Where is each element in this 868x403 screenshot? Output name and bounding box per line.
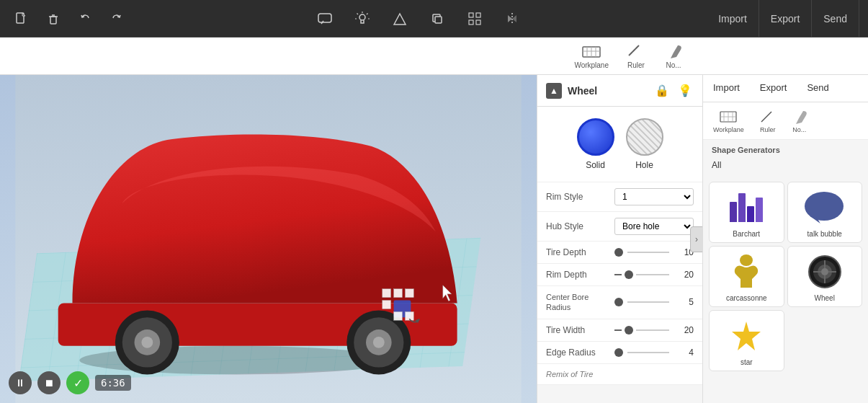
- toolbar-left: [9, 6, 130, 32]
- ruler-label: Ruler: [627, 61, 645, 69]
- rim-depth-line: [636, 274, 669, 275]
- tire-depth-dot: [614, 248, 623, 257]
- solid-label: Solid: [586, 160, 605, 170]
- export-button[interactable]: Export: [759, 0, 812, 37]
- hub-style-select[interactable]: Bore holeNone: [614, 218, 694, 235]
- ruler-button[interactable]: Ruler: [619, 40, 653, 72]
- copy-button[interactable]: [424, 6, 450, 32]
- shape-button[interactable]: [387, 6, 413, 32]
- hub-style-row: Hub Style Bore holeNone: [537, 212, 702, 242]
- edge-radius-line: [627, 352, 669, 353]
- star-thumb: [725, 318, 768, 354]
- notes-tab-label: No...: [792, 126, 806, 133]
- ruler-tab[interactable]: Ruler: [753, 107, 783, 135]
- rim-style-control: 123: [614, 188, 694, 205]
- rim-style-select[interactable]: 123: [614, 188, 694, 205]
- edge-radius-control: 4: [614, 347, 694, 358]
- tire-width-line: [636, 329, 669, 331]
- mirror-button[interactable]: [499, 6, 525, 32]
- hub-style-label: Hub Style: [546, 221, 614, 231]
- solid-option[interactable]: Solid: [577, 118, 614, 170]
- edge-radius-label: Edge Radius: [546, 347, 614, 358]
- lightbulb-button[interactable]: 💡: [676, 82, 694, 99]
- carcassonne-thumb: [725, 254, 768, 290]
- panel-header: ▲ Wheel 🔒 💡: [537, 75, 702, 107]
- timer-display: 6:36: [95, 375, 131, 391]
- meeple-icon: [732, 254, 761, 289]
- svg-rect-28: [382, 289, 391, 298]
- hole-label: Hole: [635, 160, 653, 170]
- center-bore-row: Center Bore Radius 5: [537, 286, 702, 319]
- barchart-label: Barchart: [733, 230, 760, 238]
- comment-button[interactable]: [312, 6, 338, 32]
- talkbubble-thumb: [803, 190, 846, 226]
- shapes-header: Shape Generators: [703, 140, 868, 157]
- workplane-label: Workplane: [574, 61, 609, 69]
- workplane-tab[interactable]: Workplane: [707, 107, 750, 135]
- hole-option[interactable]: Hole: [626, 118, 663, 170]
- star-icon: [729, 319, 764, 353]
- rim-depth-dot: [625, 270, 633, 279]
- grid-button[interactable]: [462, 6, 488, 32]
- confirm-button[interactable]: ✓: [66, 371, 89, 394]
- rim-style-row: Rim Style 123: [537, 182, 702, 212]
- light-button[interactable]: [349, 6, 375, 32]
- svg-rect-30: [405, 289, 413, 298]
- tire-width-minus: [614, 329, 622, 331]
- workplane-button[interactable]: Workplane: [567, 40, 616, 72]
- remix-label: Remix of Tire: [546, 370, 614, 378]
- tire-width-control: 20: [614, 325, 694, 335]
- rim-depth-label: Rim Depth: [546, 270, 614, 280]
- send-tab[interactable]: Send: [797, 75, 838, 102]
- svg-point-23: [141, 337, 153, 348]
- edge-radius-dot: [614, 348, 623, 357]
- center-bore-dot: [614, 298, 623, 306]
- center-bore-label: Center Bore Radius: [546, 292, 614, 313]
- stop-button[interactable]: ⏹: [37, 371, 61, 394]
- talkbubble-item[interactable]: talk bubble: [787, 182, 863, 243]
- rim-depth-value: 20: [674, 270, 694, 280]
- tire-depth-line: [627, 252, 669, 253]
- panel-collapse-button[interactable]: ▲: [546, 83, 562, 99]
- rim-style-label: Rim Style: [546, 192, 614, 202]
- delete-button[interactable]: [40, 6, 66, 32]
- export-tab[interactable]: Export: [750, 75, 797, 102]
- star-label: star: [741, 358, 753, 366]
- svg-marker-50: [732, 322, 761, 350]
- viewport[interactable]: ⏸ ⏹ ✓ 6:36: [0, 75, 537, 403]
- svg-rect-5: [435, 17, 442, 23]
- tire-width-dot: [625, 326, 633, 335]
- notes-tab[interactable]: No...: [786, 107, 813, 135]
- wheel-thumb: [803, 254, 846, 290]
- playback-bar: ⏸ ⏹ ✓ 6:36: [9, 371, 131, 394]
- barchart-icon: [730, 193, 763, 222]
- center-bore-line: [627, 301, 669, 303]
- wheel-item[interactable]: Wheel: [787, 246, 863, 307]
- pause-icon: ⏸: [15, 377, 25, 389]
- svg-rect-29: [394, 289, 403, 298]
- star-item[interactable]: star: [709, 310, 784, 371]
- import-tab[interactable]: Import: [703, 75, 750, 102]
- pause-button[interactable]: ⏸: [9, 371, 32, 394]
- undo-button[interactable]: [72, 6, 98, 32]
- panel-side-collapse[interactable]: ›: [690, 226, 702, 252]
- workplane-tab-label: Workplane: [713, 126, 744, 133]
- notes-button[interactable]: No...: [656, 40, 691, 72]
- lock-button[interactable]: 🔒: [653, 82, 671, 99]
- wheel-icon: [807, 254, 842, 289]
- main-toolbar: Import Export Send: [0, 0, 868, 37]
- svg-rect-1: [50, 17, 56, 24]
- barchart-item[interactable]: Barchart: [709, 182, 784, 243]
- new-button[interactable]: [9, 6, 35, 32]
- shapes-secondary-bar: Workplane Ruler No...: [703, 102, 868, 140]
- svg-point-45: [821, 268, 828, 275]
- redo-button[interactable]: [104, 6, 130, 32]
- import-button[interactable]: Import: [707, 0, 759, 37]
- stop-icon: ⏹: [44, 377, 54, 389]
- panel-title: Wheel: [568, 85, 648, 97]
- send-button[interactable]: Send: [812, 0, 859, 37]
- carcassonne-item[interactable]: carcassonne: [709, 246, 784, 307]
- svg-rect-31: [382, 301, 391, 309]
- shapes-top-bar: Import Export Send: [703, 75, 868, 102]
- svg-rect-7: [476, 13, 480, 17]
